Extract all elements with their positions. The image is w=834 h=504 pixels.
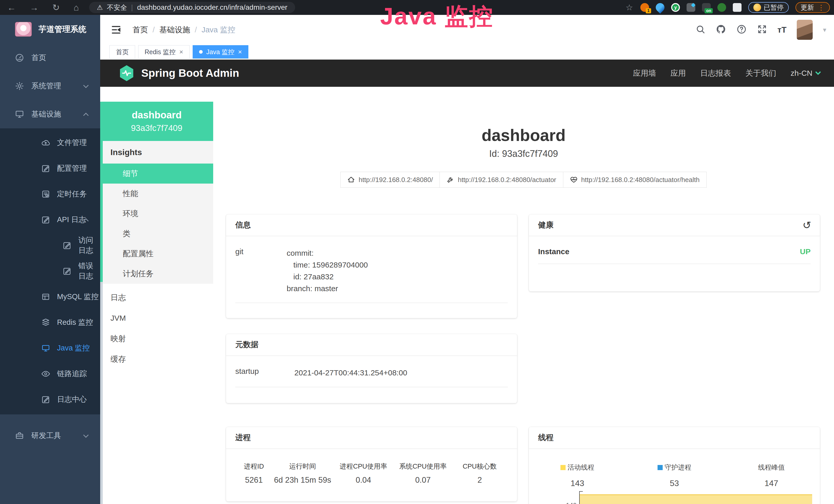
tab-java-active[interactable]: Java 监控 × (193, 45, 248, 59)
sba-nav-about[interactable]: 关于我们 (745, 68, 776, 78)
update-button[interactable]: 更新 ⋮ (795, 2, 830, 13)
help-icon[interactable] (737, 24, 747, 36)
close-icon[interactable]: × (238, 48, 242, 56)
fullscreen-icon[interactable] (757, 24, 767, 36)
app-title: 芋道管理系统 (39, 24, 86, 35)
sba-item-scheduled-tasks[interactable]: 计划任务 (103, 264, 213, 284)
search-extension-icon[interactable] (717, 3, 726, 12)
chevron-up-icon (83, 112, 89, 118)
sba-item-jvm[interactable]: JVM (100, 308, 213, 328)
process-table-header: 进程ID 运行时间 进程CPU使用率 系统CPU使用率 CPU核心数 (236, 462, 507, 471)
sidebar-item-error-log[interactable]: 错误日志 (0, 258, 100, 284)
service-url-text: http://192.168.0.2:48080/ (358, 176, 433, 184)
bookmark-star-icon[interactable]: ☆ (625, 3, 634, 12)
metadata-card-title: 元数据 (226, 334, 517, 356)
sba-item-config-props[interactable]: 配置属性 (103, 244, 213, 264)
legend-value: 147 (723, 479, 820, 488)
sba-language-select[interactable]: zh-CN (791, 69, 820, 77)
grid-extension-icon[interactable] (686, 3, 695, 12)
tab-redis[interactable]: Redis 监控 × (138, 45, 190, 59)
health-url-button[interactable]: http://192.168.0.2:48080/actuator/health (563, 172, 707, 188)
sba-item-details[interactable]: 细节 (103, 164, 213, 184)
sidebar-item-access-log[interactable]: 访问日志 (0, 233, 100, 258)
app-logo-avatar (15, 22, 32, 37)
val-process-cpu: 0.04 (334, 476, 393, 485)
search-icon[interactable] (695, 24, 706, 36)
pin-extension-icon[interactable] (654, 1, 666, 14)
sidebar-item-jobs[interactable]: 定时任务 (0, 181, 100, 207)
header-actions: тT ▾ (695, 20, 826, 40)
url-bar[interactable]: ⚠ 不安全 | dashboard.yudao.iocoder.cn/infra… (89, 2, 295, 13)
git-commit-line: commit: (287, 247, 368, 259)
y-extension-icon[interactable]: y (671, 3, 680, 12)
sba-item-mappings[interactable]: 映射 (100, 328, 213, 349)
sidebar-item-java-monitor[interactable]: Java 监控 (0, 335, 100, 361)
breadcrumb: 首页 / 基础设施 / Java 监控 (133, 25, 235, 35)
sidebar-item-dev-tools[interactable]: 研发工具 (0, 421, 100, 450)
paused-badge[interactable]: 已暂停 (748, 2, 789, 13)
tab-label: Java 监控 (206, 48, 235, 56)
sba-instance-header[interactable]: dashboard 93a3fc7f7409 (100, 102, 213, 141)
sba-item-environment[interactable]: 环境 (103, 204, 213, 224)
sidebar-item-files[interactable]: 文件管理 (0, 130, 100, 156)
breadcrumb-separator: / (153, 25, 155, 34)
sidebar-item-redis[interactable]: Redis 监控 (0, 310, 100, 335)
sidebar-fold-icon[interactable] (110, 24, 122, 36)
live-threads-area (580, 494, 812, 504)
y-extension-letter: y (672, 4, 679, 11)
tabs-extension-icon[interactable]: on (702, 3, 711, 12)
infra-submenu: 文件管理 配置管理 定时任务 API 日志 (0, 129, 100, 414)
browser-menu-dots-icon[interactable]: ⋮ (817, 3, 825, 12)
sidebar-item-home[interactable]: 首页 (0, 44, 100, 72)
history-icon[interactable]: ↺ (803, 219, 811, 231)
sba-header: Spring Boot Admin 应用墙 应用 日志报表 关于我们 zh-CN (100, 60, 834, 87)
update-label: 更新 (800, 3, 814, 12)
extension-orange-icon[interactable]: 1 (640, 3, 649, 12)
user-avatar[interactable] (797, 20, 813, 40)
paused-label: 已暂停 (764, 3, 784, 12)
legend-label: 守护进程 (665, 463, 692, 472)
sidebar-item-config[interactable]: 配置管理 (0, 156, 100, 181)
sba-item-caches[interactable]: 缓存 (100, 349, 213, 369)
main-sidebar: 芋道管理系统 首页 系统管理 基础设施 (0, 15, 100, 504)
sidebar-item-api-log[interactable]: API 日志 (0, 207, 100, 233)
sba-section-insights: Insights (103, 141, 213, 164)
table-grid-icon (41, 292, 50, 301)
github-icon[interactable] (716, 24, 726, 36)
sidebar-item-mysql[interactable]: MySQL 监控 (0, 284, 100, 310)
sidebar-item-infra[interactable]: 基础设施 (0, 100, 100, 129)
forward-icon[interactable]: → (30, 3, 39, 13)
service-url-button[interactable]: http://192.168.0.2:48080/ (340, 172, 440, 188)
close-icon[interactable]: × (179, 48, 183, 56)
sidebar-item-system[interactable]: 系统管理 (0, 72, 100, 100)
font-size-icon[interactable]: тT (777, 25, 787, 35)
edit-icon (41, 215, 50, 224)
reload-icon[interactable]: ↻ (52, 2, 60, 13)
col-process-cpu: 进程CPU使用率 (334, 462, 393, 471)
sba-nav-journal[interactable]: 日志报表 (700, 68, 731, 78)
not-secure-warning-icon: ⚠ (97, 4, 103, 12)
breadcrumb-home[interactable]: 首页 (133, 25, 148, 35)
back-icon[interactable]: ← (7, 3, 16, 13)
puzzle-extension-icon[interactable] (733, 3, 742, 12)
sba-item-logs[interactable]: 日志 (100, 287, 213, 308)
home-icon[interactable]: ⌂ (74, 3, 79, 13)
sba-nav-applications[interactable]: 应用 (671, 68, 686, 78)
sba-scrollbar[interactable] (100, 282, 103, 504)
avatar-caret-icon[interactable]: ▾ (823, 26, 826, 34)
breadcrumb-infra[interactable]: 基础设施 (159, 25, 190, 35)
sidebar-item-log-center[interactable]: 日志中心 (0, 387, 100, 412)
heart-pulse-icon (570, 176, 578, 184)
sba-nav-wallboard[interactable]: 应用墙 (633, 68, 656, 78)
sba-item-metrics[interactable]: 性能 (103, 184, 213, 204)
tab-home[interactable]: 首页 (109, 45, 135, 59)
emoji-face-icon (753, 4, 761, 11)
threads-card-title: 线程 (529, 427, 820, 449)
startup-value: 2021-04-27T00:44:31.254+08:00 (294, 367, 408, 379)
sidebar-item-tracing[interactable]: 链路追踪 (0, 361, 100, 387)
sba-item-classes[interactable]: 类 (103, 224, 213, 244)
actuator-url-button[interactable]: http://192.168.0.2:48080/actuator (439, 172, 563, 188)
ytick-140: 140 (552, 502, 577, 504)
app-logo-row[interactable]: 芋道管理系统 (0, 15, 100, 44)
sba-nav: 应用墙 应用 日志报表 关于我们 zh-CN (633, 68, 820, 78)
